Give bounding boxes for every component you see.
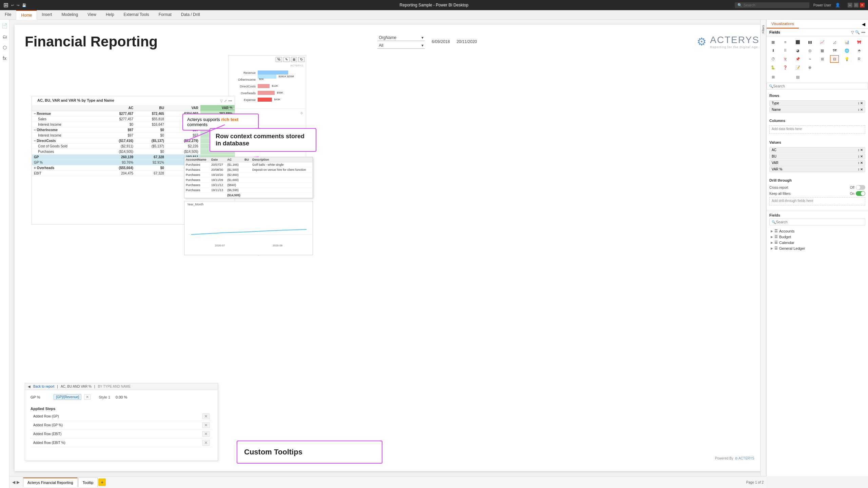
add-tab-button[interactable]: + (98, 479, 106, 486)
tab-insert[interactable]: Insert (37, 10, 57, 19)
tab-home[interactable]: Home (16, 10, 37, 20)
close-button[interactable]: ✕ (860, 3, 865, 7)
rows-name-item[interactable]: Name ↕ ✕ (769, 107, 865, 113)
orgname-dropdown[interactable]: OrgName ▾ (377, 35, 425, 41)
tab-acterys-financial[interactable]: Acterys Financial Reporting (23, 477, 78, 487)
undo-button[interactable]: ↩ (11, 3, 14, 7)
table-toggle[interactable]: ⊞ (291, 57, 297, 62)
viz-kpi[interactable]: 📌 (793, 55, 802, 63)
save-button[interactable]: 💾 (22, 3, 26, 7)
sidebar-dax-icon[interactable]: fx (1, 54, 9, 62)
sidebar-data-icon[interactable]: 🗂 (1, 33, 9, 41)
back-to-report[interactable]: Back to report (33, 385, 54, 388)
values-ac-sort[interactable]: ↕ (858, 148, 860, 152)
tab-help[interactable]: Help (101, 10, 119, 19)
sidebar-model-icon[interactable]: ⬡ (1, 43, 9, 52)
viz-map[interactable]: 🗺 (830, 47, 839, 54)
table-row[interactable]: – DirectCosts ($17,416) ($5,137) ($12,27… (32, 138, 235, 144)
remove-gp-button[interactable]: ✕ (202, 413, 210, 419)
tab-modeling[interactable]: Modeling (57, 10, 83, 19)
sidebar-report-icon[interactable]: 📄 (1, 22, 9, 30)
values-varpct-remove[interactable]: ✕ (860, 167, 863, 171)
panel-search-icon[interactable]: 🔍 (855, 30, 860, 35)
tab-visualizations[interactable]: Visualizations (767, 20, 799, 28)
viz-gauge[interactable]: ⏱ (769, 55, 777, 63)
panel-more-icon[interactable]: ••• (861, 30, 865, 35)
refresh-visual[interactable]: ↻ (298, 57, 304, 62)
panel-collapse-button[interactable]: ◀ (859, 20, 868, 28)
viz-smart-narrative[interactable]: 📝 (793, 64, 802, 71)
viz-r-visual[interactable]: R (855, 55, 864, 63)
more-icon[interactable]: ••• (228, 99, 232, 103)
remove-ebit-button[interactable]: ✕ (202, 431, 210, 437)
viz-stacked-col[interactable]: ⬛ (793, 38, 802, 46)
values-var-remove[interactable]: ✕ (860, 161, 863, 165)
viz-area[interactable]: ◿ (830, 38, 839, 46)
viz-clustered-col[interactable]: ▮▮ (806, 38, 814, 46)
values-varpct-item[interactable]: VAR % ↕ ✕ (769, 166, 865, 172)
tab-tooltip[interactable]: Tooltip (78, 477, 98, 487)
values-ac-remove[interactable]: ✕ (860, 148, 863, 152)
values-bu-sort[interactable]: ↕ (858, 155, 860, 158)
panel-filter-icon[interactable]: ▽ (851, 30, 854, 35)
viz-card[interactable]: 🃏 (781, 55, 790, 63)
values-bu-item[interactable]: BU ↕ ✕ (769, 154, 865, 159)
values-ac-item[interactable]: AC ↕ ✕ (769, 147, 865, 153)
panel-search-input[interactable] (773, 84, 866, 88)
viz-pie[interactable]: ◕ (793, 47, 802, 54)
fields-search-input[interactable] (776, 220, 863, 224)
viz-matrix[interactable]: ⊟ (830, 55, 839, 63)
remove-ebit-pct-button[interactable]: ✕ (202, 440, 210, 446)
rows-type-sort[interactable]: ↕ (858, 101, 860, 105)
search-bar[interactable]: 🔍 (735, 2, 809, 8)
field-budget[interactable]: ▶ ☰ Budget (769, 234, 865, 240)
table-row[interactable]: Cost of Goods Sold ($2,911) ($5,137) $2,… (32, 144, 235, 149)
viz-filled-map[interactable]: 🌐 (843, 47, 851, 54)
columns-drop-zone[interactable]: Add data fields here (769, 125, 865, 134)
minimize-button[interactable]: ─ (848, 3, 852, 7)
viz-stacked-bar[interactable]: ▦ (769, 38, 777, 46)
tab-format[interactable]: Format (154, 10, 176, 19)
rows-name-remove[interactable]: ✕ (860, 108, 863, 111)
viz-table[interactable]: ⊞ (818, 55, 827, 63)
viz-extra2[interactable]: ▤ (793, 73, 802, 81)
drill-through-drop-zone[interactable]: Add drill-through fields here (769, 197, 865, 205)
remove-formula[interactable]: ✕ (84, 394, 91, 400)
values-var-sort[interactable]: ↕ (858, 161, 860, 165)
filter-icon[interactable]: ▽ (220, 99, 223, 103)
rows-type-remove[interactable]: ✕ (860, 101, 863, 105)
panel-search-field[interactable]: 🔍 (767, 83, 868, 89)
pct-toggle[interactable]: % (276, 57, 282, 62)
values-var-item[interactable]: VAR ↕ ✕ (769, 160, 865, 166)
viz-clustered-bar[interactable]: ≡ (781, 38, 790, 46)
viz-waterfall[interactable]: ⬇ (769, 47, 777, 54)
tab-external-tools[interactable]: External Tools (119, 10, 154, 19)
viz-custom[interactable]: ⊕ (806, 64, 814, 71)
viz-donut[interactable]: ◎ (806, 47, 814, 54)
maximize-button[interactable]: □ (854, 3, 859, 7)
values-bu-remove[interactable]: ✕ (860, 155, 863, 158)
tab-data-drill[interactable]: Data / Drill (176, 10, 205, 19)
tab-prev-button[interactable]: ◀ (12, 480, 15, 485)
rows-type-item[interactable]: Type ↕ ✕ (769, 100, 865, 106)
tab-view[interactable]: View (83, 10, 101, 19)
viz-tree[interactable]: ▦ (818, 47, 827, 54)
fields-search[interactable]: 🔍 (769, 219, 865, 225)
breadcrumb-ac[interactable]: AC, BU AND VAR % (61, 385, 92, 388)
edit-toggle[interactable]: ✎ (283, 57, 290, 62)
viz-line-col[interactable]: 📊 (843, 38, 851, 46)
back-arrow[interactable]: ◀ (28, 385, 31, 388)
viz-funnel[interactable]: ⬘ (855, 47, 864, 54)
viz-ribbon[interactable]: 🎀 (855, 38, 864, 46)
tab-next-button[interactable]: ▶ (17, 480, 20, 485)
values-varpct-sort[interactable]: ↕ (858, 167, 860, 171)
viz-scatter[interactable]: ⠿ (781, 47, 790, 54)
keep-filters-toggle[interactable] (856, 191, 865, 196)
focus-icon[interactable]: ⤢ (224, 99, 227, 103)
remove-gp-pct-button[interactable]: ✕ (202, 422, 210, 428)
viz-python[interactable]: 🐍 (769, 64, 777, 71)
field-general-ledger[interactable]: ▶ ☰ General Ledger (769, 245, 865, 251)
search-input[interactable] (744, 3, 798, 7)
table-row[interactable]: Interest Income $97 $0 $97 0.00% (32, 133, 235, 138)
tab-file[interactable]: File (0, 10, 16, 19)
